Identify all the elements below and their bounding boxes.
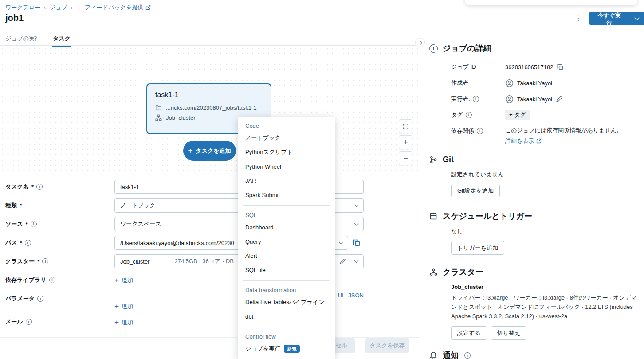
cluster-nodes-icon — [429, 268, 438, 276]
info-icon[interactable]: i — [49, 277, 55, 283]
divider — [243, 327, 330, 327]
job-details-sidebar: i ジョブの詳細 ジョブ ID 362031606517182 作成者 — [420, 31, 644, 359]
copy-path-button[interactable] — [353, 239, 361, 247]
fit-view-icon — [403, 123, 409, 130]
task-node-path: ...ricks.com/20230807_jobs/task1-1 — [166, 104, 257, 111]
sidebar-collapse-button[interactable] — [415, 38, 425, 47]
dropdown-section-header-code: Code — [238, 120, 335, 131]
cluster-label: クラスター * i — [5, 257, 48, 265]
divider — [243, 280, 330, 281]
dropdown-item-dbt[interactable]: dbt — [238, 309, 335, 323]
tab-tasks[interactable]: タスク — [53, 35, 71, 47]
tab-bar: ジョブの実行 タスク — [0, 35, 420, 46]
add-task-button[interactable]: + タスクを追加 — [183, 141, 236, 161]
zoom-in-button[interactable]: + — [399, 135, 412, 149]
feedback-link[interactable]: フィードバックを提供 — [85, 4, 151, 12]
tags-row: タグ i + タグ — [451, 107, 637, 123]
dropdown-item-python-script[interactable]: Pythonスクリプト — [238, 145, 335, 159]
info-icon[interactable]: i — [36, 184, 43, 190]
plus-icon: + — [188, 146, 192, 155]
info-icon[interactable]: i — [477, 128, 483, 134]
run-as-name: Takaaki Yayoi — [517, 96, 552, 103]
path-label: パス * i — [5, 239, 31, 247]
task-type-dropdown: Code ノートブック Pythonスクリプト Python Wheel JAR… — [238, 117, 335, 359]
dropdown-section-header-data-transformation: Data transformation — [238, 284, 335, 295]
section-title: スケジュールとトリガー — [443, 211, 532, 221]
dropdown-item-sql-file[interactable]: SQL file — [238, 263, 335, 277]
run-as-row: 実行者: i Takaaki Yayoi — [451, 91, 637, 107]
avatar-icon — [505, 95, 514, 103]
dropdown-item-python-wheel[interactable]: Python Wheel — [238, 159, 335, 174]
parameters-ui-link[interactable]: UI — [338, 292, 344, 299]
info-icon[interactable]: i — [464, 352, 471, 359]
chevron-right-icon: › — [44, 4, 46, 11]
copy-job-id-button[interactable] — [557, 63, 564, 71]
dropdown-item-notebook[interactable]: ノートブック — [238, 131, 335, 145]
dropdown-item-run-job[interactable]: ジョブを実行 新規 — [238, 342, 335, 356]
bell-icon — [429, 351, 437, 359]
configure-cluster-button[interactable]: 設定する — [451, 326, 487, 340]
dropdown-item-query[interactable]: Query — [238, 234, 335, 249]
plus-icon: + — [114, 276, 119, 285]
schedule-section: スケジュールとトリガー なし トリガーを追加 — [420, 211, 644, 255]
section-title: ジョブの詳細 — [443, 43, 491, 54]
cluster-section: クラスター Job_cluster ドライバー：i3.xlarge、ワーカー：i… — [420, 267, 644, 340]
info-icon[interactable]: i — [31, 221, 37, 227]
dropdown-item-dashboard[interactable]: Dashboard — [238, 220, 335, 234]
task-graph-canvas[interactable]: task1-1 ...ricks.com/20230807_jobs/task1… — [0, 46, 420, 173]
zoom-out-button[interactable]: − — [399, 151, 412, 165]
add-email-link[interactable]: + 追加 — [114, 318, 133, 327]
view-lineage-link[interactable]: 詳細を表示 — [505, 137, 542, 145]
section-title: クラスター — [443, 267, 483, 277]
fit-view-button[interactable] — [399, 119, 412, 133]
type-label: 種類 * — [5, 201, 22, 209]
add-parameter-link[interactable]: + 追加 — [114, 302, 133, 311]
plus-icon: + — [114, 318, 119, 327]
divider: | — [78, 4, 79, 11]
run-now-dropdown-button[interactable] — [629, 12, 644, 25]
search-bar-remnant[interactable] — [465, 0, 637, 5]
add-git-settings-button[interactable]: Git設定を追加 — [451, 184, 500, 197]
edit-run-as-button[interactable] — [556, 95, 563, 103]
info-icon[interactable]: i — [473, 96, 479, 102]
libraries-label: 依存ライブラリ i — [5, 276, 55, 284]
info-icon[interactable]: i — [25, 240, 31, 246]
dropdown-item-dlt-pipeline[interactable]: Delta Live Tablesパイプライン — [238, 295, 335, 309]
info-icon[interactable]: i — [466, 112, 472, 118]
info-icon[interactable]: i — [37, 296, 43, 302]
schedule-status-text: なし — [451, 228, 637, 236]
add-library-link[interactable]: + 追加 — [114, 276, 133, 285]
breadcrumb: ワークフロー › ジョブ › | フィードバックを提供 — [5, 4, 151, 12]
breadcrumb-workflows-link[interactable]: ワークフロー — [5, 4, 40, 12]
creator-name: Takaaki Yayoi — [517, 80, 552, 87]
run-now-button[interactable]: 今すぐ実行 — [589, 12, 629, 25]
tab-job-runs[interactable]: ジョブの実行 — [5, 35, 40, 47]
page-title: job1 — [5, 13, 24, 23]
dropdown-item-alert[interactable]: Alert — [238, 249, 335, 263]
breadcrumb-jobs-link[interactable]: ジョブ — [50, 4, 67, 12]
external-link-icon — [536, 138, 542, 144]
chevron-right-icon: › — [71, 4, 72, 11]
info-icon[interactable]: i — [26, 319, 32, 325]
parameters-json-link[interactable]: JSON — [348, 292, 364, 299]
section-title: 通知 — [443, 350, 459, 359]
save-task-button[interactable]: タスクを保存 — [365, 338, 409, 353]
swap-cluster-button[interactable]: 切り替え — [491, 326, 527, 340]
info-icon[interactable]: i — [42, 258, 48, 264]
dropdown-item-jar[interactable]: JAR — [238, 174, 335, 188]
dropdown-item-spark-submit[interactable]: Spark Submit — [238, 188, 335, 202]
lineage-row: 依存関係 i このジョブには依存関係情報がありません。 詳細を表示 — [451, 123, 637, 145]
kebab-menu-button[interactable]: ⋮ — [573, 12, 584, 24]
add-task-label: タスクを追加 — [196, 147, 231, 155]
info-icon: i — [429, 44, 438, 53]
edit-cluster-button[interactable] — [339, 258, 346, 265]
add-tag-chip[interactable]: + タグ — [505, 110, 530, 120]
divider — [243, 205, 330, 206]
dropdown-section-header-sql: SQL — [238, 209, 335, 220]
calendar-icon — [429, 212, 437, 220]
chevron-down-icon — [354, 221, 359, 226]
add-trigger-button[interactable]: トリガーを追加 — [451, 241, 504, 255]
chevron-right-icon — [418, 40, 422, 45]
source-label: ソース * i — [5, 220, 37, 228]
task-node-cluster: Job_cluster — [166, 114, 195, 121]
